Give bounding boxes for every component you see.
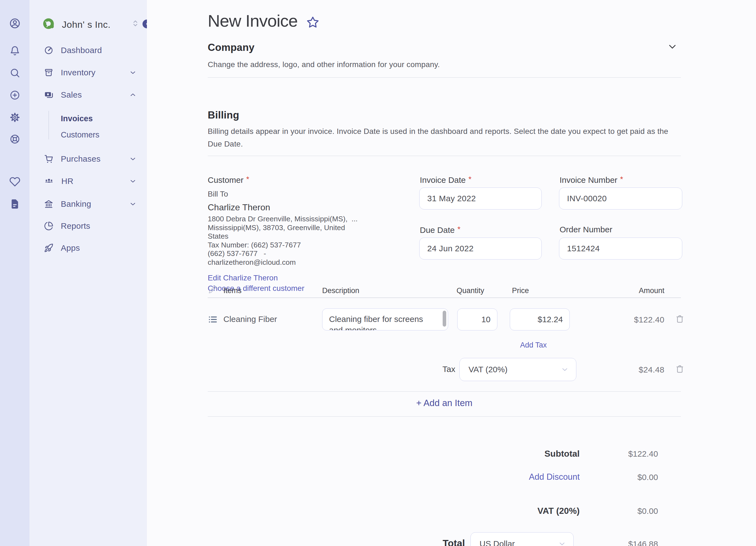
company-section-chevron-icon[interactable] bbox=[667, 41, 678, 52]
invoice-number-input[interactable] bbox=[559, 188, 682, 210]
due-date-label: Due Date bbox=[420, 226, 455, 235]
sidebar-item-apps[interactable]: Apps bbox=[29, 239, 147, 257]
chevron-down-icon bbox=[129, 177, 137, 185]
discount-value: $0.00 bbox=[580, 473, 658, 482]
quick-add-plus-icon[interactable] bbox=[0, 90, 29, 100]
settings-gear-icon[interactable] bbox=[0, 112, 29, 123]
customer-phone: (662) 537-7677 - bbox=[208, 250, 378, 258]
sidebar-item-invoices[interactable]: Invoices bbox=[61, 113, 93, 124]
billing-section-description: Billing details appear in your invoice. … bbox=[208, 125, 675, 150]
order-number-label: Order Number bbox=[560, 225, 612, 234]
sidebar-item-sales[interactable]: Sales bbox=[29, 86, 147, 104]
item-name[interactable]: Cleaning Fiber bbox=[223, 314, 277, 324]
invoice-date-input[interactable] bbox=[419, 188, 542, 210]
required-marker: * bbox=[469, 175, 472, 183]
account-icon[interactable] bbox=[0, 18, 29, 29]
order-number-input[interactable] bbox=[559, 238, 682, 260]
customer-address-line: Mississippi(MS), 38703, Greenville, Unit… bbox=[208, 224, 378, 232]
order-number-group: Order Number bbox=[559, 225, 682, 261]
inventory-box-icon bbox=[44, 68, 53, 77]
sidebar-item-label: Reports bbox=[61, 221, 90, 231]
sidebar-item-reports[interactable]: Reports bbox=[29, 217, 147, 235]
delete-item-trash-icon[interactable] bbox=[675, 314, 684, 323]
item-quantity-input[interactable] bbox=[457, 308, 497, 330]
textarea-scrollbar-thumb[interactable] bbox=[443, 311, 446, 326]
section-divider bbox=[208, 77, 681, 78]
chevron-down-icon bbox=[561, 365, 569, 374]
sales-wallet-icon bbox=[44, 90, 53, 100]
customer-address-line: 1800 Debra Dr Greenville, Mississippi(MS… bbox=[208, 215, 378, 224]
documents-file-icon[interactable] bbox=[0, 199, 29, 210]
column-header-price: Price bbox=[512, 286, 529, 295]
items-table-header: Items Description Quantity Price Amount bbox=[208, 284, 681, 297]
invoice-date-group: Invoice Date* bbox=[419, 175, 542, 211]
item-list-icon[interactable] bbox=[208, 314, 218, 324]
add-tax-link[interactable]: Add Tax bbox=[499, 341, 568, 349]
sidebar-item-dashboard[interactable]: Dashboard bbox=[29, 42, 147, 59]
rocket-icon bbox=[44, 243, 53, 253]
favorite-star-icon[interactable] bbox=[306, 16, 319, 29]
add-discount-link[interactable]: Add Discount bbox=[208, 472, 580, 482]
customer-email: charlizetheron@icloud.com bbox=[208, 258, 378, 267]
customer-tax-number: Tax Number: (662) 537-7677 bbox=[208, 241, 378, 250]
sidebar-item-label: HR bbox=[61, 177, 73, 186]
sidebar-item-label: Invoices bbox=[61, 114, 93, 123]
due-date-input[interactable] bbox=[419, 238, 542, 260]
total-value: $146.88 bbox=[592, 539, 658, 546]
people-group-icon bbox=[44, 176, 54, 186]
sidebar-item-purchases[interactable]: Purchases bbox=[29, 150, 147, 168]
sidebar-item-label: Dashboard bbox=[61, 46, 102, 55]
required-marker: * bbox=[246, 175, 249, 183]
edit-customer-link[interactable]: Edit Charlize Theron bbox=[208, 273, 378, 283]
chevron-down-icon bbox=[129, 69, 137, 76]
chevron-down-icon bbox=[129, 155, 137, 163]
sidebar-item-label: Banking bbox=[61, 199, 91, 209]
tax-select-value: VAT (20%) bbox=[469, 365, 508, 374]
item-description-textarea[interactable] bbox=[322, 308, 448, 330]
vat-value: $0.00 bbox=[580, 506, 658, 516]
section-divider bbox=[208, 156, 681, 156]
items-divider bbox=[208, 416, 681, 417]
column-header-amount: Amount bbox=[609, 286, 664, 295]
vat-row: VAT (20%) $0.00 bbox=[208, 506, 681, 518]
table-header-divider bbox=[208, 297, 681, 298]
item-price-input[interactable] bbox=[510, 308, 570, 330]
customer-name: Charlize Theron bbox=[208, 202, 378, 213]
sidebar-item-hr[interactable]: HR bbox=[29, 172, 147, 190]
company-switcher-icon[interactable] bbox=[131, 19, 140, 28]
total-label: Total bbox=[382, 538, 465, 546]
add-item-button[interactable]: + Add an Item bbox=[208, 398, 681, 408]
customer-address-line: States bbox=[208, 232, 378, 241]
invoice-date-label: Invoice Date bbox=[420, 176, 466, 185]
column-header-description: Description bbox=[322, 286, 359, 295]
page-title: New Invoice bbox=[208, 11, 298, 31]
currency-select[interactable]: US Dollar bbox=[470, 532, 574, 546]
notifications-bell-icon[interactable] bbox=[0, 46, 29, 56]
delete-tax-trash-icon[interactable] bbox=[675, 364, 684, 373]
invoice-number-group: Invoice Number* bbox=[559, 175, 682, 211]
search-icon[interactable] bbox=[0, 68, 29, 78]
sidebar-item-label: Customers bbox=[61, 130, 99, 139]
edit-pencil-icon bbox=[209, 285, 217, 293]
chevron-up-icon bbox=[129, 91, 137, 99]
sidebar-item-label: Apps bbox=[61, 243, 80, 253]
favorites-heart-icon[interactable] bbox=[0, 176, 29, 187]
tax-select[interactable]: VAT (20%) bbox=[459, 358, 576, 381]
column-header-items: Items bbox=[223, 286, 242, 295]
customer-label: Customer bbox=[208, 176, 243, 185]
tax-label: Tax bbox=[400, 364, 455, 374]
shopping-cart-icon bbox=[44, 154, 53, 164]
sidebar-item-customers[interactable]: Customers bbox=[61, 130, 99, 140]
main-content: New Invoice Company Change the address, … bbox=[147, 0, 756, 546]
icon-rail bbox=[0, 0, 29, 546]
invoice-item-row: Cleaning Fiber $122.40 bbox=[208, 308, 681, 330]
total-row: Total US Dollar $146.88 bbox=[208, 532, 681, 546]
required-marker: * bbox=[458, 225, 461, 234]
invoice-number-label: Invoice Number bbox=[560, 176, 617, 185]
sidebar-item-inventory[interactable]: Inventory bbox=[29, 64, 147, 81]
chevron-down-icon bbox=[129, 200, 137, 208]
company-name[interactable]: John' s Inc. bbox=[62, 19, 111, 30]
items-divider bbox=[208, 391, 681, 392]
sidebar-item-banking[interactable]: Banking bbox=[29, 195, 147, 213]
help-lifebuoy-icon[interactable] bbox=[0, 134, 29, 144]
